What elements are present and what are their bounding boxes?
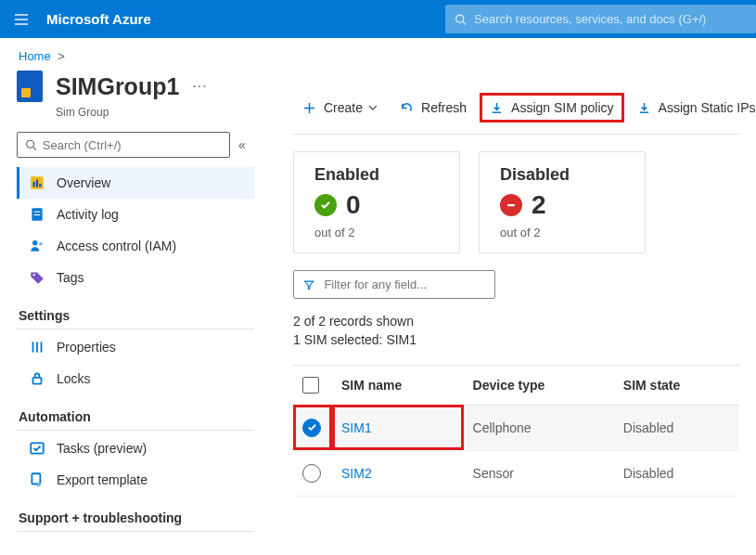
nav-tags[interactable]: Tags <box>17 262 254 293</box>
sim-table: SIM name Device type SIM state SIM1 Cell… <box>293 365 739 497</box>
overview-icon <box>29 174 45 191</box>
tasks-icon <box>29 440 45 457</box>
search-icon <box>25 138 37 151</box>
svg-point-5 <box>27 140 34 148</box>
col-header-state[interactable]: SIM state <box>614 365 739 405</box>
divider <box>17 531 254 532</box>
sim-state-cell: Disabled <box>614 405 739 450</box>
nav-access-control[interactable]: Access control (IAM) <box>17 230 254 262</box>
more-actions-button[interactable]: ··· <box>192 78 207 95</box>
table-row[interactable]: SIM1 Cellphone Disabled <box>293 405 739 450</box>
row-select-radio[interactable] <box>302 464 321 483</box>
nav-tasks[interactable]: Tasks (preview) <box>17 432 254 464</box>
nav-item-label: Properties <box>57 340 116 355</box>
card-subtext: out of 2 <box>314 226 439 239</box>
lock-icon <box>29 370 45 387</box>
nav-item-label: Tags <box>57 270 84 285</box>
menu-search-input[interactable] <box>43 138 222 152</box>
disabled-card: Disabled 2 out of 2 <box>479 151 646 253</box>
people-icon <box>29 238 45 254</box>
breadcrumb: Home > <box>0 38 756 71</box>
assign-static-ips-button[interactable]: Assign Static IPs <box>628 93 756 123</box>
button-label: Refresh <box>421 100 467 115</box>
hamburger-menu[interactable] <box>0 0 42 38</box>
svg-rect-13 <box>34 214 41 215</box>
brand-label: Microsoft Azure <box>42 11 151 27</box>
filter-input[interactable] <box>324 278 485 291</box>
search-icon <box>455 13 467 26</box>
nav-item-label: Overview <box>57 175 110 190</box>
svg-rect-9 <box>36 180 38 187</box>
card-subtext: out of 2 <box>500 226 624 239</box>
svg-point-3 <box>456 15 464 22</box>
global-search-input[interactable] <box>474 12 747 26</box>
properties-icon <box>29 339 45 355</box>
card-count: 0 <box>346 190 361 220</box>
nav-activity-log[interactable]: Activity log <box>17 199 254 230</box>
create-button[interactable]: Create <box>293 93 387 123</box>
sim-state-cell: Disabled <box>614 450 739 496</box>
filter-icon <box>303 278 314 291</box>
row-select-radio[interactable] <box>302 419 321 437</box>
nav-item-label: Export template <box>57 472 147 487</box>
nav-properties[interactable]: Properties <box>17 331 254 363</box>
records-shown-text: 2 of 2 records shown <box>293 312 739 330</box>
tag-icon <box>29 269 45 286</box>
sim-name-link[interactable]: SIM2 <box>332 450 464 496</box>
enabled-card: Enabled 0 out of 2 <box>293 151 460 253</box>
card-title: Enabled <box>314 165 439 185</box>
svg-point-15 <box>39 242 43 246</box>
check-circle-icon <box>314 194 337 216</box>
card-title: Disabled <box>500 165 624 185</box>
col-header-name[interactable]: SIM name <box>332 365 464 405</box>
refresh-icon <box>400 101 414 115</box>
nav-export-template[interactable]: Export template <box>17 464 254 496</box>
filter-box[interactable] <box>293 270 495 299</box>
svg-rect-12 <box>34 212 41 213</box>
breadcrumb-home[interactable]: Home <box>19 49 51 63</box>
button-label: Assign Static IPs <box>659 100 756 115</box>
svg-line-4 <box>463 21 466 24</box>
button-label: Assign SIM policy <box>511 100 613 115</box>
resource-icon <box>17 71 43 102</box>
device-type-cell: Cellphone <box>464 405 614 450</box>
card-count: 2 <box>532 190 546 220</box>
svg-point-16 <box>33 274 35 276</box>
nav-locks[interactable]: Locks <box>17 363 254 394</box>
svg-point-14 <box>32 240 37 245</box>
sim-name-link[interactable]: SIM1 <box>332 405 464 450</box>
svg-rect-22 <box>32 473 40 484</box>
svg-rect-27 <box>507 204 515 206</box>
section-header-automation: Automation <box>19 409 254 424</box>
menu-search[interactable] <box>17 132 230 158</box>
svg-rect-10 <box>39 184 41 187</box>
col-header-device[interactable]: Device type <box>464 365 614 405</box>
download-icon <box>490 101 504 115</box>
divider <box>17 430 254 431</box>
section-header-support: Support + troubleshooting <box>19 510 254 525</box>
records-selected-text: 1 SIM selected: SIM1 <box>293 330 739 349</box>
global-search[interactable] <box>445 5 756 33</box>
nav-item-label: Access control (IAM) <box>57 239 176 253</box>
blocked-circle-icon <box>500 194 522 216</box>
nav-item-label: Activity log <box>57 207 119 222</box>
section-header-settings: Settings <box>19 308 254 323</box>
chevron-down-icon <box>368 103 378 112</box>
svg-rect-8 <box>33 182 35 187</box>
download-icon <box>637 101 651 115</box>
nav-overview[interactable]: Overview <box>17 167 254 199</box>
select-all-checkbox[interactable] <box>302 377 319 394</box>
assign-sim-policy-button[interactable]: Assign SIM policy <box>480 93 623 123</box>
records-meta: 2 of 2 records shown 1 SIM selected: SIM… <box>293 312 739 350</box>
nav-item-label: Tasks (preview) <box>57 441 147 456</box>
svg-rect-20 <box>33 378 42 384</box>
table-row[interactable]: SIM2 Sensor Disabled <box>293 450 739 496</box>
collapse-sidebar-button[interactable]: « <box>230 137 254 152</box>
plus-icon <box>302 101 316 115</box>
resource-type-label: Sim Group <box>56 106 254 119</box>
divider <box>17 329 254 329</box>
export-icon <box>29 471 45 488</box>
refresh-button[interactable]: Refresh <box>391 93 476 123</box>
chevron-right-icon: > <box>58 49 65 63</box>
log-icon <box>29 206 45 223</box>
